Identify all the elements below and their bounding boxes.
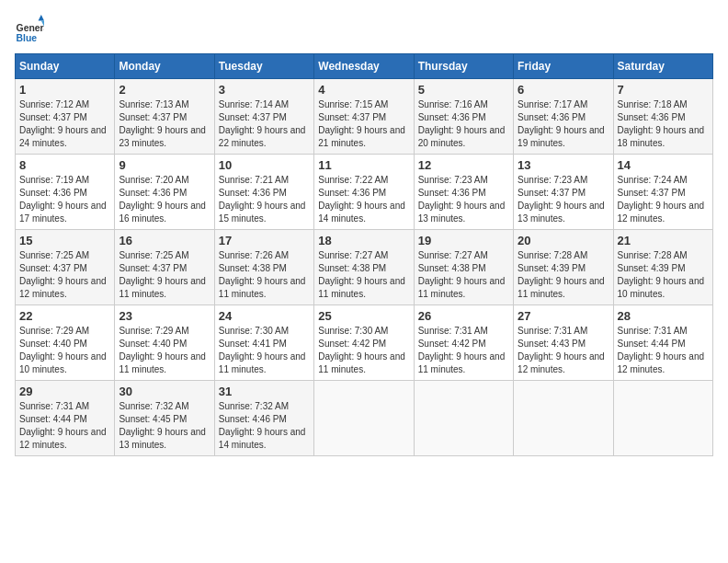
day-cell: 26 Sunrise: 7:31 AM Sunset: 4:42 PM Dayl… (414, 305, 513, 381)
day-cell: 28 Sunrise: 7:31 AM Sunset: 4:44 PM Dayl… (613, 305, 712, 381)
day-number: 5 (418, 83, 509, 97)
day-number: 2 (119, 83, 210, 97)
day-cell: 30 Sunrise: 7:32 AM Sunset: 4:45 PM Dayl… (115, 381, 214, 456)
svg-text:General: General (17, 23, 44, 33)
svg-marker-2 (39, 15, 44, 20)
day-header-thursday: Thursday (414, 54, 513, 79)
svg-text:Blue: Blue (17, 33, 38, 43)
day-detail: Sunrise: 7:30 AM Sunset: 4:41 PM Dayligh… (219, 325, 310, 376)
day-number: 10 (219, 158, 310, 172)
day-number: 29 (19, 385, 110, 398)
day-cell: 22 Sunrise: 7:29 AM Sunset: 4:40 PM Dayl… (16, 305, 115, 381)
day-cell (613, 381, 712, 456)
logo-icon: General Blue (15, 15, 44, 44)
day-header-sunday: Sunday (16, 54, 115, 79)
day-cell: 14 Sunrise: 7:24 AM Sunset: 4:37 PM Dayl… (613, 155, 712, 230)
day-cell: 7 Sunrise: 7:18 AM Sunset: 4:36 PM Dayli… (613, 79, 712, 155)
logo: General Blue (15, 15, 48, 44)
day-cell: 29 Sunrise: 7:31 AM Sunset: 4:44 PM Dayl… (16, 381, 115, 456)
day-cell (314, 381, 414, 456)
day-cell: 25 Sunrise: 7:30 AM Sunset: 4:42 PM Dayl… (314, 305, 414, 381)
day-cell: 19 Sunrise: 7:27 AM Sunset: 4:38 PM Dayl… (414, 230, 513, 305)
day-number: 9 (119, 158, 210, 172)
day-number: 31 (219, 385, 310, 398)
day-detail: Sunrise: 7:19 AM Sunset: 4:36 PM Dayligh… (19, 174, 110, 225)
day-cell: 15 Sunrise: 7:25 AM Sunset: 4:37 PM Dayl… (16, 230, 115, 305)
day-detail: Sunrise: 7:32 AM Sunset: 4:46 PM Dayligh… (219, 400, 310, 452)
day-detail: Sunrise: 7:26 AM Sunset: 4:38 PM Dayligh… (219, 249, 310, 301)
week-row-3: 22 Sunrise: 7:29 AM Sunset: 4:40 PM Dayl… (16, 305, 713, 381)
day-number: 17 (219, 234, 310, 247)
day-cell: 8 Sunrise: 7:19 AM Sunset: 4:36 PM Dayli… (16, 155, 115, 230)
day-cell: 1 Sunrise: 7:12 AM Sunset: 4:37 PM Dayli… (16, 79, 115, 155)
day-number: 19 (418, 234, 509, 247)
day-header-monday: Monday (115, 54, 214, 79)
day-detail: Sunrise: 7:24 AM Sunset: 4:37 PM Dayligh… (618, 174, 709, 225)
header-row: SundayMondayTuesdayWednesdayThursdayFrid… (16, 54, 713, 79)
day-detail: Sunrise: 7:22 AM Sunset: 4:36 PM Dayligh… (318, 174, 409, 225)
day-number: 4 (318, 83, 409, 97)
day-cell: 18 Sunrise: 7:27 AM Sunset: 4:38 PM Dayl… (314, 230, 414, 305)
day-detail: Sunrise: 7:32 AM Sunset: 4:45 PM Dayligh… (119, 400, 210, 452)
day-number: 27 (518, 309, 609, 323)
day-cell: 2 Sunrise: 7:13 AM Sunset: 4:37 PM Dayli… (115, 79, 214, 155)
day-detail: Sunrise: 7:27 AM Sunset: 4:38 PM Dayligh… (318, 249, 409, 301)
day-detail: Sunrise: 7:17 AM Sunset: 4:36 PM Dayligh… (518, 98, 609, 150)
day-cell: 27 Sunrise: 7:31 AM Sunset: 4:43 PM Dayl… (514, 305, 613, 381)
day-cell: 31 Sunrise: 7:32 AM Sunset: 4:46 PM Dayl… (214, 381, 313, 456)
day-cell: 5 Sunrise: 7:16 AM Sunset: 4:36 PM Dayli… (414, 79, 513, 155)
calendar-table: SundayMondayTuesdayWednesdayThursdayFrid… (15, 53, 713, 456)
day-number: 26 (418, 309, 509, 323)
day-number: 15 (19, 234, 110, 247)
day-header-saturday: Saturday (613, 54, 712, 79)
day-detail: Sunrise: 7:20 AM Sunset: 4:36 PM Dayligh… (119, 174, 210, 225)
day-cell: 23 Sunrise: 7:29 AM Sunset: 4:40 PM Dayl… (115, 305, 214, 381)
day-number: 16 (119, 234, 210, 247)
day-cell: 11 Sunrise: 7:22 AM Sunset: 4:36 PM Dayl… (314, 155, 414, 230)
week-row-4: 29 Sunrise: 7:31 AM Sunset: 4:44 PM Dayl… (16, 381, 713, 456)
day-cell: 16 Sunrise: 7:25 AM Sunset: 4:37 PM Dayl… (115, 230, 214, 305)
day-detail: Sunrise: 7:15 AM Sunset: 4:37 PM Dayligh… (318, 98, 409, 150)
day-detail: Sunrise: 7:31 AM Sunset: 4:44 PM Dayligh… (618, 325, 709, 376)
day-detail: Sunrise: 7:29 AM Sunset: 4:40 PM Dayligh… (119, 325, 210, 376)
day-detail: Sunrise: 7:16 AM Sunset: 4:36 PM Dayligh… (418, 98, 509, 150)
day-detail: Sunrise: 7:31 AM Sunset: 4:44 PM Dayligh… (19, 400, 110, 452)
day-cell: 13 Sunrise: 7:23 AM Sunset: 4:37 PM Dayl… (514, 155, 613, 230)
day-number: 12 (418, 158, 509, 172)
week-row-2: 15 Sunrise: 7:25 AM Sunset: 4:37 PM Dayl… (16, 230, 713, 305)
day-header-tuesday: Tuesday (214, 54, 313, 79)
day-cell: 6 Sunrise: 7:17 AM Sunset: 4:36 PM Dayli… (514, 79, 613, 155)
day-cell: 17 Sunrise: 7:26 AM Sunset: 4:38 PM Dayl… (214, 230, 313, 305)
day-number: 28 (618, 309, 709, 323)
day-header-friday: Friday (514, 54, 613, 79)
day-detail: Sunrise: 7:23 AM Sunset: 4:37 PM Dayligh… (518, 174, 609, 225)
day-cell: 3 Sunrise: 7:14 AM Sunset: 4:37 PM Dayli… (214, 79, 313, 155)
day-cell (414, 381, 513, 456)
day-number: 14 (618, 158, 709, 172)
day-detail: Sunrise: 7:28 AM Sunset: 4:39 PM Dayligh… (518, 249, 609, 301)
day-detail: Sunrise: 7:31 AM Sunset: 4:42 PM Dayligh… (418, 325, 509, 376)
day-detail: Sunrise: 7:25 AM Sunset: 4:37 PM Dayligh… (119, 249, 210, 301)
week-row-1: 8 Sunrise: 7:19 AM Sunset: 4:36 PM Dayli… (16, 155, 713, 230)
week-row-0: 1 Sunrise: 7:12 AM Sunset: 4:37 PM Dayli… (16, 79, 713, 155)
day-detail: Sunrise: 7:23 AM Sunset: 4:36 PM Dayligh… (418, 174, 509, 225)
day-number: 6 (518, 83, 609, 97)
day-detail: Sunrise: 7:21 AM Sunset: 4:36 PM Dayligh… (219, 174, 310, 225)
day-number: 1 (19, 83, 110, 97)
day-number: 8 (19, 158, 110, 172)
day-header-wednesday: Wednesday (314, 54, 414, 79)
day-detail: Sunrise: 7:14 AM Sunset: 4:37 PM Dayligh… (219, 98, 310, 150)
day-cell: 21 Sunrise: 7:28 AM Sunset: 4:39 PM Dayl… (613, 230, 712, 305)
day-number: 25 (318, 309, 409, 323)
day-cell: 9 Sunrise: 7:20 AM Sunset: 4:36 PM Dayli… (115, 155, 214, 230)
day-cell: 10 Sunrise: 7:21 AM Sunset: 4:36 PM Dayl… (214, 155, 313, 230)
day-detail: Sunrise: 7:31 AM Sunset: 4:43 PM Dayligh… (518, 325, 609, 376)
day-cell: 24 Sunrise: 7:30 AM Sunset: 4:41 PM Dayl… (214, 305, 313, 381)
day-number: 7 (618, 83, 709, 97)
day-detail: Sunrise: 7:30 AM Sunset: 4:42 PM Dayligh… (318, 325, 409, 376)
day-number: 11 (318, 158, 409, 172)
page-header: General Blue (15, 15, 713, 44)
day-number: 20 (518, 234, 609, 247)
day-detail: Sunrise: 7:12 AM Sunset: 4:37 PM Dayligh… (19, 98, 110, 150)
day-number: 13 (518, 158, 609, 172)
